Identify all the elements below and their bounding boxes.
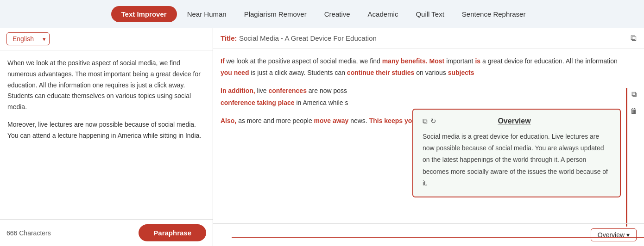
word-in-addition: In addition,: [221, 87, 255, 94]
title-text: Social Media - A Great Device For Educat…: [239, 34, 377, 42]
arrow-line: [232, 237, 644, 238]
nav-near-human[interactable]: Near Human: [180, 6, 234, 22]
word-subjects: subjects: [448, 69, 474, 76]
top-nav: Text Improver Near Human Plagiarism Remo…: [0, 0, 644, 28]
nav-academic[interactable]: Academic: [360, 6, 406, 22]
text-p2-1: live: [257, 87, 269, 94]
left-text-area: When we look at the positive aspect of s…: [0, 50, 213, 219]
word-is: is: [475, 57, 480, 65]
text-p3-1: as more and more people: [238, 117, 314, 124]
language-select[interactable]: English French Spanish: [6, 32, 50, 45]
text-p2-2: are now poss: [309, 87, 347, 94]
popup-icons: ⧉ ↻: [423, 117, 436, 125]
word-you-need: you need: [221, 69, 249, 76]
left-toolbar: English French Spanish: [0, 28, 213, 50]
overview-popup-header: ⧉ ↻ Overview: [423, 117, 611, 125]
word-continue-studies: continue their studies: [347, 69, 414, 76]
paraphrase-button[interactable]: Paraphrase: [139, 224, 206, 241]
text-p1-5: on various: [416, 69, 448, 76]
nav-creative[interactable]: Creative: [317, 6, 358, 22]
right-paragraph-2: In addition, live conferences are now po…: [221, 85, 625, 108]
overview-popup: ⧉ ↻ Overview Social media is a great dev…: [412, 109, 621, 197]
text-p2-3: in America while s: [296, 99, 348, 106]
header-copy-icon[interactable]: ⧉: [631, 33, 637, 43]
nav-text-improver[interactable]: Text Improver: [111, 6, 177, 22]
popup-copy-icon[interactable]: ⧉: [423, 117, 428, 125]
right-footer: Overview ▾: [213, 223, 644, 246]
word-many-benefits-most: many benefits. Most: [382, 57, 445, 65]
arrow-container: [232, 234, 644, 240]
left-paragraph-1: When we look at the positive aspect of s…: [7, 58, 205, 113]
text-p1-3: a great device for education. All the in…: [482, 57, 618, 65]
right-paragraph-1: If we look at the positive aspect of soc…: [221, 55, 625, 79]
right-icons: ⧉ 🗑: [627, 88, 640, 117]
text-p1-2: important: [446, 57, 475, 65]
nav-sentence-rephraser[interactable]: Sentence Rephraser: [455, 6, 533, 22]
char-count: 666 Characters: [6, 229, 51, 237]
main-area: English French Spanish When we look at t…: [0, 28, 644, 246]
word-if: If: [221, 57, 225, 65]
nav-plagiarism-remover[interactable]: Plagiarism Remover: [237, 6, 314, 22]
text-p1-4: is just a click away. Students can: [251, 69, 347, 76]
word-conference-taking: conference taking place: [221, 99, 295, 106]
text-p3-2: news.: [350, 117, 369, 124]
text-p1-1: we look at the positive aspect of social…: [226, 57, 382, 65]
right-header: Title: Social Media - A Great Device For…: [213, 28, 644, 49]
copy-icon[interactable]: ⧉: [627, 88, 640, 101]
language-wrapper: English French Spanish: [6, 32, 50, 45]
left-panel: English French Spanish When we look at t…: [0, 28, 213, 246]
word-also: Also,: [221, 117, 236, 124]
word-move-away: move away: [314, 117, 349, 124]
overview-popup-title: Overview: [498, 117, 530, 125]
right-panel: Title: Social Media - A Great Device For…: [213, 28, 644, 246]
overview-popup-text: Social media is a great device for educa…: [423, 131, 611, 189]
delete-icon[interactable]: 🗑: [627, 105, 640, 117]
popup-refresh-icon[interactable]: ↻: [430, 117, 436, 125]
word-conferences: conferences: [268, 87, 306, 94]
title-container: Title: Social Media - A Great Device For…: [221, 34, 377, 43]
nav-quill-text[interactable]: Quill Text: [408, 6, 451, 22]
nav-bar: Text Improver Near Human Plagiarism Remo…: [0, 0, 644, 28]
left-footer: 666 Characters Paraphrase: [0, 219, 213, 246]
red-line: [626, 88, 627, 227]
title-label: Title:: [221, 34, 237, 42]
left-paragraph-2: Moreover, live lectures are now possible…: [7, 119, 205, 141]
